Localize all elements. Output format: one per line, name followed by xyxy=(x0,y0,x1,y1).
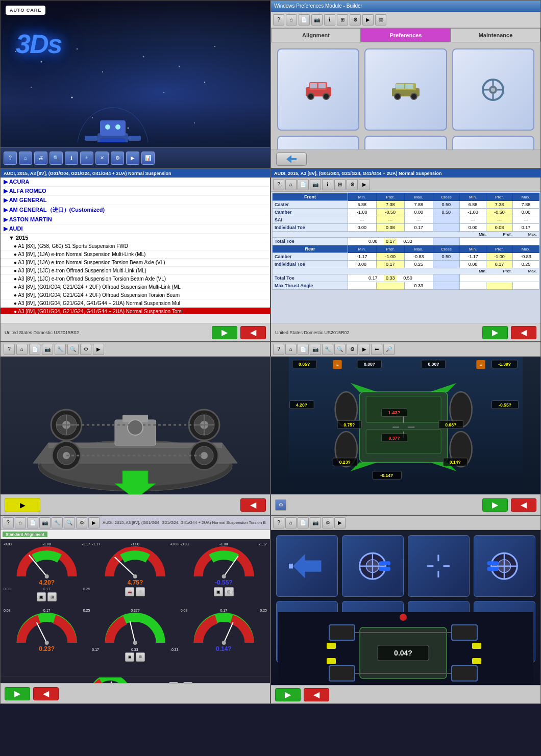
g-help[interactable]: ? xyxy=(3,517,14,528)
m-search[interactable]: 🔍 xyxy=(334,344,346,355)
pref-wheel-settings-icon[interactable] xyxy=(452,48,534,131)
camera-icon[interactable]: 📷 xyxy=(311,14,323,26)
close-btn[interactable]: ✕ xyxy=(95,152,109,165)
pref-car-icon[interactable] xyxy=(277,48,359,131)
g3-icon1[interactable]: ▣ xyxy=(214,587,223,596)
home-icon[interactable]: ⌂ xyxy=(286,14,297,26)
g5-icon2[interactable]: ⊞ xyxy=(136,652,145,662)
home-btn[interactable]: ⌂ xyxy=(19,152,32,165)
tab-preferences[interactable]: Preferences xyxy=(361,28,451,42)
sensor-disc-icon[interactable] xyxy=(408,535,470,597)
nav-forward-btn[interactable]: ▶ xyxy=(212,326,237,339)
wd-help[interactable]: ? xyxy=(4,344,15,355)
scale-icon[interactable]: ⚖ xyxy=(375,14,386,26)
m-wrench[interactable]: 🔧 xyxy=(322,344,333,355)
s-doc[interactable]: 📄 xyxy=(298,517,309,528)
sensor-wheel2-icon[interactable] xyxy=(474,535,535,597)
st-doc[interactable]: 📄 xyxy=(298,179,309,190)
nav-back-btn[interactable]: ◀ xyxy=(240,326,266,339)
m-doc[interactable]: 📄 xyxy=(298,344,309,355)
gf-back-btn[interactable]: ◀ xyxy=(33,687,59,700)
tab-maintenance[interactable]: Maintenance xyxy=(451,28,540,42)
gc-icon2[interactable]: ⚙ xyxy=(136,587,145,596)
st-grid[interactable]: ⊞ xyxy=(334,179,346,190)
g-gear[interactable]: ⚙ xyxy=(76,517,87,528)
gc-icon1[interactable]: 🚗 xyxy=(125,587,134,596)
st-home[interactable]: ⌂ xyxy=(285,179,297,190)
list-item[interactable]: ● A3 [8V], (G01/G04, G21/G24, G41/G44 + … xyxy=(1,299,270,308)
list-item[interactable]: ● A3 [8V], (G01/G04, G21/G24 + 2UF) Offr… xyxy=(1,291,270,299)
list-item-selected[interactable]: ● A3 [8V], (G01/G04, G21/G24, G41/G44 + … xyxy=(1,308,270,314)
gf-fwd-btn[interactable]: ▶ xyxy=(5,687,30,700)
st-cam[interactable]: 📷 xyxy=(310,179,321,190)
g-wrench[interactable]: 🔧 xyxy=(52,517,63,528)
m-home[interactable]: ⌂ xyxy=(285,344,297,355)
sf-fwd-btn[interactable]: ▶ xyxy=(275,688,301,701)
list-item[interactable]: ● A3 [8V], (1JC) e-tron Offroad Suspensi… xyxy=(1,275,270,283)
mf-icon[interactable]: ⚙ xyxy=(275,499,286,511)
g-doc[interactable]: 📄 xyxy=(27,517,38,528)
sensor-wheel1-icon[interactable] xyxy=(342,535,404,597)
st-info[interactable]: ℹ xyxy=(322,179,333,190)
sensor-left-arrow-icon[interactable] xyxy=(276,535,338,597)
pref-sedan-icon[interactable] xyxy=(364,48,447,131)
mf-back-btn[interactable]: ◀ xyxy=(511,498,536,512)
g-arr[interactable]: ▶ xyxy=(88,517,100,528)
specs-fwd-btn[interactable]: ▶ xyxy=(482,326,508,339)
m-arr2[interactable]: ⬅ xyxy=(371,344,382,355)
info-icon2[interactable]: ℹ xyxy=(324,14,335,26)
list-item[interactable]: ▶ ALFA ROMEO xyxy=(1,187,270,196)
add-btn[interactable]: + xyxy=(80,152,93,165)
list-item[interactable]: ▶ AM GENERAL（进口）(Customized) xyxy=(1,205,270,215)
search-btn[interactable]: 🔍 xyxy=(50,152,63,165)
info-btn[interactable]: ℹ xyxy=(65,152,78,165)
mf-fwd-btn[interactable]: ▶ xyxy=(482,498,508,512)
pref-arrow-icon[interactable] xyxy=(276,153,307,166)
m-arr1[interactable]: ▶ xyxy=(359,344,370,355)
gear-icon[interactable]: ⚙ xyxy=(350,14,361,26)
wd-back-btn[interactable]: ◀ xyxy=(240,498,266,512)
list-item[interactable]: ▶ ACURA xyxy=(1,178,270,187)
lift-btn[interactable]: ▶ xyxy=(5,498,40,512)
m-help[interactable]: ? xyxy=(273,344,284,355)
vehicle-list[interactable]: ▶ ACURA ▶ ALFA ROMEO ▶ AM GENERAL ▶ AM G… xyxy=(1,178,270,314)
arrow-icon[interactable]: ▶ xyxy=(362,14,374,26)
st-help[interactable]: ? xyxy=(273,179,284,190)
m-cam[interactable]: 📷 xyxy=(310,344,321,355)
st-arr[interactable]: ▶ xyxy=(359,179,370,190)
play-btn[interactable]: ▶ xyxy=(126,152,139,165)
g-home[interactable]: ⌂ xyxy=(15,517,26,528)
s-gear[interactable]: ⚙ xyxy=(322,517,333,528)
g-search[interactable]: 🔍 xyxy=(64,517,75,528)
list-item[interactable]: ▶ AUDI xyxy=(1,224,270,234)
st-gear[interactable]: ⚙ xyxy=(347,179,358,190)
m-zoom[interactable]: 🔎 xyxy=(383,344,395,355)
s-arr[interactable]: ▶ xyxy=(334,517,346,528)
g3-icon2[interactable]: ⊞ xyxy=(225,587,234,596)
settings-btn[interactable]: ⚙ xyxy=(111,152,124,165)
print-btn[interactable]: 🖨 xyxy=(34,152,47,165)
g-cam[interactable]: 📷 xyxy=(39,517,51,528)
list-item[interactable]: ● A3 [8V], (G01/G04, G21/G24 + 2UF) Offr… xyxy=(1,283,270,291)
s-cam[interactable]: 📷 xyxy=(310,517,321,528)
list-item[interactable]: ▶ ASTON MARTIN xyxy=(1,215,270,224)
g1-icon2[interactable]: ⊞ xyxy=(47,592,57,601)
sf-back-btn[interactable]: ◀ xyxy=(304,688,329,701)
help-icon[interactable]: ? xyxy=(273,14,284,26)
help-btn[interactable]: ? xyxy=(4,152,17,165)
list-item[interactable]: ● A1 [8X], (G58, G60) S1 Sports Suspensi… xyxy=(1,242,270,250)
list-item[interactable]: ▶ AM GENERAL xyxy=(1,196,270,205)
grid-icon[interactable]: ⊞ xyxy=(337,14,348,26)
m-gear[interactable]: ⚙ xyxy=(347,344,358,355)
specs-back-btn[interactable]: ◀ xyxy=(511,326,536,339)
g1-icon1[interactable]: ▣ xyxy=(37,592,46,601)
list-item[interactable]: ● A3 [8V], (1JA) e-tron Normal Suspensio… xyxy=(1,259,270,267)
s-help[interactable]: ? xyxy=(273,517,284,528)
s-home[interactable]: ⌂ xyxy=(285,517,297,528)
list-item[interactable]: ▼ 2015 xyxy=(1,234,270,242)
doc-icon[interactable]: 📄 xyxy=(299,14,310,26)
tab-alignment[interactable]: Alignment xyxy=(271,28,361,42)
list-item[interactable]: ● A3 [8V], (1JC) e-tron Offroad Suspensi… xyxy=(1,267,270,275)
chart-btn[interactable]: 📊 xyxy=(141,152,155,165)
list-item[interactable]: ● A3 [8V], (1JA) e-tron Normal Suspensio… xyxy=(1,250,270,259)
